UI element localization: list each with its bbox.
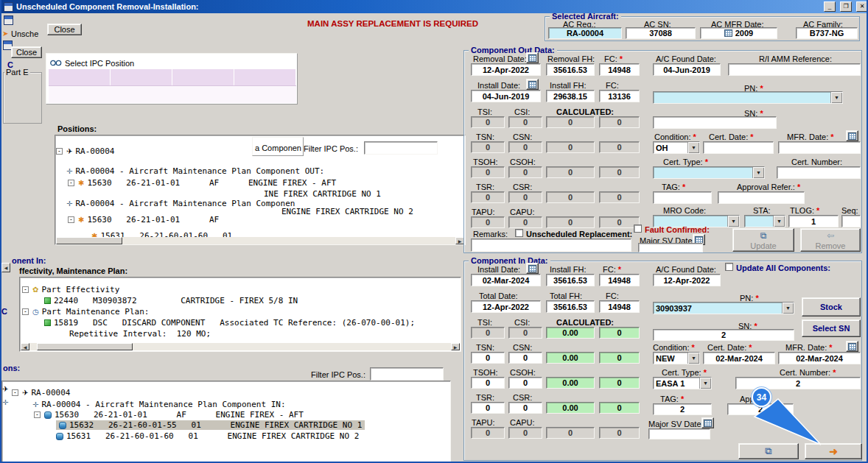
ac-reg-field[interactable]: RA-00004: [548, 27, 622, 39]
in-pn-combobox[interactable]: 30903937 ▼: [653, 302, 794, 314]
tree-row[interactable]: 15630 26-21-01-01 AF ENGINE FIREX - AFT: [44, 410, 304, 420]
in-mfr-date-field[interactable]: 02-Mar-2024: [778, 352, 861, 364]
out-cert-date-field[interactable]: [703, 141, 774, 154]
out-approval-field[interactable]: [718, 191, 805, 204]
calendar-button[interactable]: [846, 130, 858, 141]
total-fc-field[interactable]: 14948: [599, 300, 640, 313]
out-major-sv-field[interactable]: [638, 243, 703, 252]
tree-row[interactable]: ✛ RA-00004 - Aircraft Maintenance Plan C…: [66, 166, 324, 176]
tree-row[interactable]: ✿ Part Effectivity: [32, 285, 119, 294]
tree-row[interactable]: ✈ RA-00004: [66, 146, 114, 156]
tree-row[interactable]: 22440 M30903872 CARTRIDGE - FIREX 5/8 IN: [44, 296, 298, 305]
chevron-down-icon[interactable]: ▼: [687, 353, 699, 364]
calendar-button[interactable]: [526, 52, 539, 63]
chevron-down-icon[interactable]: ▼: [727, 216, 739, 227]
in-csoh-field[interactable]: 0: [508, 377, 542, 389]
in-sn-field[interactable]: 2: [653, 329, 794, 341]
tree-row[interactable]: Repetitive Interval: 120 MO;: [69, 329, 211, 339]
ri-amm-field[interactable]: [728, 63, 861, 76]
tree-expander[interactable]: -: [56, 148, 63, 155]
chevron-down-icon[interactable]: ▼: [752, 167, 764, 178]
scroll-left-button[interactable]: ◀: [1, 263, 10, 272]
unscheduled-replacement-checkbox[interactable]: [515, 229, 523, 237]
tree-row[interactable]: ✱ 15630 26-21-01-01 AF: [78, 215, 219, 225]
ipc-table-row[interactable]: [49, 85, 296, 103]
in-install-fc-field[interactable]: 14948: [599, 274, 640, 286]
scrollbar-thumb[interactable]: [56, 237, 122, 244]
in-install-fh-field[interactable]: 35616.53: [546, 274, 595, 286]
chevron-down-icon[interactable]: ▼: [782, 303, 794, 314]
tree-row[interactable]: ENGINE FIREX CARTRIDGE NO 2: [281, 207, 413, 216]
ac-mfr-date-field[interactable]: 2009: [700, 27, 777, 39]
tree-row[interactable]: 15631 26-21-60-01-60 01 ENGINE FIREX CAR…: [56, 431, 359, 441]
out-pn-combobox[interactable]: ▼: [653, 91, 843, 104]
calendar-button[interactable]: [526, 263, 539, 274]
minimize-button[interactable]: _: [824, 1, 836, 12]
out-seq-field[interactable]: [841, 215, 861, 227]
close-button[interactable]: Close: [47, 24, 82, 35]
calendar-button[interactable]: [526, 79, 539, 90]
ac-sn-field[interactable]: 37088: [626, 27, 696, 39]
tree-row[interactable]: ✛ RA-00004 - Aircraft Maintenance Plan C…: [66, 199, 295, 208]
ac-family-field[interactable]: B737-NG: [796, 27, 858, 39]
scrollbar-thumb[interactable]: [37, 343, 133, 350]
out-install-date-field[interactable]: 04-Jun-2019: [471, 90, 541, 102]
removal-fc-field[interactable]: 14948: [599, 63, 640, 76]
out-condition-combobox[interactable]: OH ▼: [653, 141, 700, 154]
update-button[interactable]: ⧉ Update: [732, 228, 794, 252]
out-install-fc-field[interactable]: 13136: [599, 90, 640, 102]
stock-button[interactable]: Stock: [802, 297, 861, 317]
select-sn-button[interactable]: Select SN: [802, 319, 861, 337]
out-cert-number-field[interactable]: [777, 166, 861, 179]
out-cert-type-combobox[interactable]: ▼: [653, 166, 765, 179]
in-ac-found-date-field[interactable]: 12-Apr-2022: [653, 274, 721, 286]
out-ac-found-date-field[interactable]: 04-Jun-2019: [653, 63, 721, 76]
tree-row[interactable]: ✈ RA-00004: [22, 388, 70, 397]
in-tag-field[interactable]: 2: [653, 403, 712, 415]
removal-fh-field[interactable]: 35616.53: [546, 63, 595, 76]
in-condition-combobox[interactable]: NEW ▼: [653, 352, 700, 364]
filter-ipc-input-2[interactable]: [370, 367, 444, 381]
in-major-sv-field[interactable]: [648, 428, 710, 439]
scroll-right-button[interactable]: ▶: [451, 343, 460, 350]
in-install-date-field[interactable]: 02-Mar-2024: [471, 274, 541, 286]
chevron-down-icon[interactable]: ▼: [687, 142, 699, 153]
tree-expander[interactable]: -: [68, 180, 74, 186]
tree-expander[interactable]: -: [68, 216, 74, 223]
tree-row[interactable]: 15819 DSC DISCARD COMPONENT Associated T…: [44, 318, 415, 328]
out-sn-field[interactable]: [653, 116, 777, 129]
tree-expander[interactable]: -: [12, 389, 18, 396]
tree-row[interactable]: ✱ 15630 26-21-01-01 AF ENGINE FIREX - AF…: [78, 178, 336, 188]
out-sta-combobox[interactable]: ▼: [744, 215, 785, 227]
scroll-left-button[interactable]: ◀: [21, 343, 29, 350]
tree-expander[interactable]: -: [34, 411, 41, 418]
tree-row[interactable]: INE FIREX CARTRIDGE NO 1: [264, 189, 381, 199]
removal-date-field[interactable]: 12-Apr-2022: [471, 63, 541, 76]
out-mfr-date-field[interactable]: [778, 141, 861, 154]
remarks-field[interactable]: [471, 238, 631, 252]
in-cert-number-field[interactable]: 2: [735, 377, 861, 389]
in-csn-field[interactable]: 0: [508, 352, 542, 364]
maximize-button[interactable]: ❐: [840, 1, 852, 12]
horizontal-scrollbar[interactable]: [56, 237, 455, 244]
close-window-button[interactable]: ✕: [856, 1, 868, 12]
total-fh-field[interactable]: 35616.53: [546, 300, 595, 313]
update-all-components-checkbox[interactable]: [725, 263, 733, 271]
tree-row[interactable]: ◷ Part Maintenance Plan:: [32, 307, 149, 317]
in-csr-field[interactable]: 0: [508, 402, 542, 414]
in-cert-date-field[interactable]: 02-Mar-2024: [703, 352, 775, 364]
remove-button[interactable]: ⇦ Remove: [800, 228, 861, 252]
calendar-button[interactable]: [846, 341, 858, 352]
out-tag-field[interactable]: [653, 191, 712, 204]
tree-row[interactable]: ✛ RA-00004 - Aircraft Maintenance Plan C…: [32, 400, 286, 409]
in-cert-type-combobox[interactable]: EASA 1 ▼: [653, 377, 712, 389]
filter-ipc-input[interactable]: [364, 141, 438, 155]
chevron-down-icon[interactable]: ▼: [830, 92, 842, 103]
in-tsoh-field[interactable]: 0: [471, 377, 505, 389]
total-date-field[interactable]: 12-Apr-2022: [471, 300, 541, 313]
out-tlog-field[interactable]: 1: [788, 215, 839, 227]
fault-confirmed-checkbox[interactable]: [634, 225, 642, 233]
out-install-fh-field[interactable]: 29638.15: [546, 90, 595, 102]
tree-row-selected[interactable]: 15632 26-21-60-01-55 01 ENGINE FIREX CAR…: [56, 420, 365, 430]
calendar-button[interactable]: [701, 417, 714, 428]
